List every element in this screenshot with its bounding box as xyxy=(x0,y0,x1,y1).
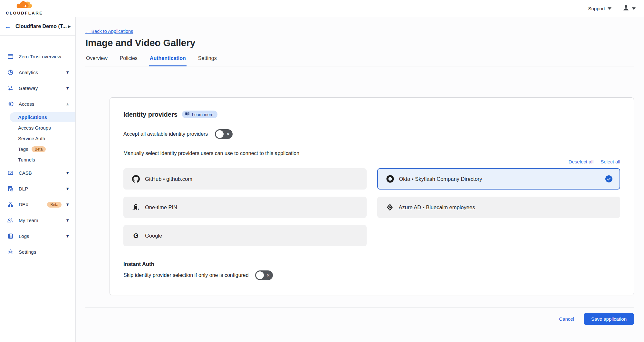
toggle-knob xyxy=(256,271,264,279)
provider-tile-one-time-pin[interactable]: **** One-time PIN xyxy=(123,197,367,218)
sidebar-item-label: Analytics xyxy=(19,70,65,75)
team-icon xyxy=(7,217,14,224)
toggle-off-x-icon: ✕ xyxy=(226,132,230,137)
learn-more-label: Learn more xyxy=(192,112,213,117)
support-menu[interactable]: Support xyxy=(588,6,611,11)
sidebar-item-label: DLP xyxy=(19,186,65,191)
sidebar-item-applications[interactable]: Applications xyxy=(10,112,75,122)
beta-badge: Beta xyxy=(47,202,62,208)
brand-wordmark: CLOUDFLARE xyxy=(6,11,43,15)
sidebar-item-my-team[interactable]: My Team ▼ xyxy=(0,212,75,228)
chevron-down-icon[interactable]: ▼ xyxy=(65,186,70,191)
cloudflare-cloud-icon xyxy=(16,1,33,12)
access-icon xyxy=(7,101,14,107)
support-label: Support xyxy=(588,6,605,11)
footer-actions: Cancel Save application xyxy=(85,313,634,325)
instant-auth-title: Instant Auth xyxy=(123,261,620,267)
chevron-down-icon[interactable]: ▼ xyxy=(65,218,70,223)
learn-more-badge[interactable]: Learn more xyxy=(182,111,217,118)
sidebar-item-dex[interactable]: DEX Beta ▼ xyxy=(0,197,75,212)
accept-all-label: Accept all available identity providers xyxy=(123,131,208,137)
sidebar-item-access-groups[interactable]: Access Groups xyxy=(0,122,75,133)
sidebar-divider xyxy=(0,267,75,267)
provider-label: Azure AD • Bluecalm employees xyxy=(399,204,475,210)
back-to-applications-link[interactable]: ← Back to Applications xyxy=(85,29,133,34)
cloudflare-logo[interactable]: CLOUDFLARE xyxy=(6,1,43,15)
instant-auth-label: Skip identity provider selection if only… xyxy=(123,272,249,278)
provider-label: One-time PIN xyxy=(145,204,177,210)
chevron-down-icon xyxy=(632,7,636,10)
azure-ad-icon xyxy=(385,203,394,211)
sidebar-item-label: Service Auth xyxy=(18,136,45,141)
chevron-up-icon[interactable]: ▲ xyxy=(65,102,70,106)
chevron-down-icon[interactable]: ▼ xyxy=(65,86,70,91)
sidebar-item-service-auth[interactable]: Service Auth xyxy=(0,133,75,144)
tab-authentication[interactable]: Authentication xyxy=(149,55,187,66)
tab-settings[interactable]: Settings xyxy=(197,55,217,66)
footer-divider xyxy=(85,308,634,308)
logs-icon xyxy=(7,233,14,239)
analytics-icon xyxy=(7,69,14,76)
pin-dots: **** xyxy=(132,210,139,211)
sidebar-item-label: Logs xyxy=(19,233,65,239)
manual-select-text: Manually select identity providers users… xyxy=(123,151,620,156)
github-icon xyxy=(131,175,140,183)
selected-check-icon xyxy=(605,175,612,182)
okta-icon xyxy=(386,175,395,183)
save-application-button[interactable]: Save application xyxy=(584,313,634,325)
select-all-link[interactable]: Select all xyxy=(601,159,620,164)
sidebar-item-zero-trust-overview[interactable]: Zero Trust overview xyxy=(0,49,75,64)
account-name[interactable]: Cloudflare Demo (T... xyxy=(15,24,68,29)
provider-tile-google[interactable]: G Google xyxy=(123,225,367,246)
provider-tile-okta[interactable]: Okta • Skyflash Company Directory xyxy=(377,168,620,190)
sidebar-item-label: Tunnels xyxy=(18,157,35,162)
deselect-all-link[interactable]: Deselect all xyxy=(569,159,594,164)
sidebar-item-label: CASB xyxy=(19,170,65,176)
cancel-button[interactable]: Cancel xyxy=(559,316,574,322)
sidebar-item-logs[interactable]: Logs ▼ xyxy=(0,228,75,244)
tab-policies[interactable]: Policies xyxy=(119,55,138,66)
sidebar-item-settings[interactable]: Settings xyxy=(0,244,75,260)
sidebar: ← Cloudflare Demo (T... ▶ Zero Trust ove… xyxy=(0,17,76,342)
provider-tile-azure-ad[interactable]: Azure AD • Bluecalm employees xyxy=(377,197,620,218)
provider-tile-github[interactable]: GitHub • github.com xyxy=(123,168,367,190)
google-icon: G xyxy=(131,232,140,239)
gear-icon xyxy=(7,249,14,255)
sidebar-item-label: Settings xyxy=(19,249,70,255)
sidebar-item-gateway[interactable]: Gateway ▼ xyxy=(0,80,75,96)
toggle-knob xyxy=(216,130,224,138)
chevron-down-icon xyxy=(608,7,611,10)
sidebar-item-tags[interactable]: Tags Beta xyxy=(0,144,75,154)
sidebar-item-label: Zero Trust overview xyxy=(19,54,70,59)
tab-bar: Overview Policies Authentication Setting… xyxy=(85,55,634,66)
sidebar-item-casb[interactable]: CASB ▼ xyxy=(0,165,75,181)
sidebar-nav: Zero Trust overview Analytics ▼ Gateway … xyxy=(0,49,75,267)
provider-grid: GitHub • github.com Okta • Skyflash Comp… xyxy=(123,168,620,246)
page-title: Image and Video Gallery xyxy=(85,37,634,48)
one-time-pin-icon: **** xyxy=(131,204,140,211)
back-arrow-icon[interactable]: ← xyxy=(5,23,11,30)
sidebar-item-label: Applications xyxy=(18,114,47,120)
sidebar-item-dlp[interactable]: DLP ▼ xyxy=(0,181,75,197)
chevron-down-icon[interactable]: ▼ xyxy=(65,70,70,75)
identity-providers-card: Identity providers Learn more Accept all… xyxy=(110,97,634,295)
sidebar-item-access[interactable]: Access ▲ xyxy=(0,96,75,112)
user-account-menu[interactable] xyxy=(622,4,636,13)
sidebar-item-label: Access Groups xyxy=(18,125,51,131)
accept-all-toggle[interactable]: ✕ xyxy=(215,129,233,139)
tab-overview[interactable]: Overview xyxy=(85,55,108,66)
card-title: Identity providers xyxy=(123,111,178,118)
chevron-right-icon[interactable]: ▶ xyxy=(68,24,71,29)
instant-auth-toggle[interactable]: ✕ xyxy=(255,270,273,280)
dlp-icon xyxy=(7,186,14,192)
sidebar-item-analytics[interactable]: Analytics ▼ xyxy=(0,64,75,80)
sidebar-item-tunnels[interactable]: Tunnels xyxy=(0,154,75,165)
sidebar-item-label: My Team xyxy=(19,218,65,223)
chevron-down-icon[interactable]: ▼ xyxy=(65,202,70,207)
user-avatar-icon xyxy=(622,4,630,13)
chevron-down-icon[interactable]: ▼ xyxy=(65,234,70,239)
access-submenu: Applications Access Groups Service Auth … xyxy=(0,112,75,165)
main-content: ← Back to Applications Image and Video G… xyxy=(76,17,644,342)
provider-label: GitHub • github.com xyxy=(145,176,192,182)
chevron-down-icon[interactable]: ▼ xyxy=(65,171,70,175)
